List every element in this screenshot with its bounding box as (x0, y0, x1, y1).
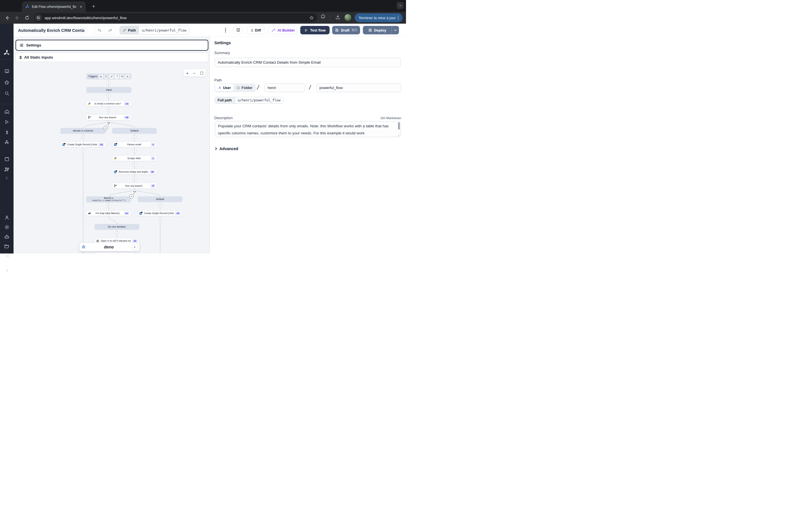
sidebar-item-settings[interactable] (0, 224, 13, 230)
chrome-update-button[interactable]: Terminer la mise à jour (355, 13, 403, 22)
step-label: Removes empty and duplicates (119, 170, 148, 173)
step-node-create-record-1[interactable]: TS Create Single Record (Airtable) aq (61, 142, 106, 147)
profile-avatar[interactable] (345, 14, 351, 21)
branch-node-branch-1[interactable]: Branch 1 results.c.some((x)=>x!="") (86, 196, 131, 203)
more-options-button[interactable] (222, 26, 229, 34)
add-branch-button[interactable] (106, 121, 111, 126)
step-node-run-one-branch-1[interactable]: Run one branch ap (86, 114, 132, 120)
advanced-label: Advanced (219, 147, 238, 151)
add-step-button[interactable]: + (133, 149, 136, 153)
input-node[interactable]: Input (86, 87, 132, 93)
branch-node-default-2[interactable]: Default (138, 196, 183, 202)
new-tab-button[interactable]: + (90, 3, 97, 10)
add-step-button[interactable]: + (107, 204, 110, 208)
poll-trigger-button[interactable] (125, 75, 130, 78)
sidebar-item-folders[interactable] (0, 244, 13, 249)
add-step-button[interactable]: + (107, 82, 110, 86)
sidebar-item-schedules[interactable] (0, 156, 13, 162)
browser-tab[interactable]: Edit Flow u/henri/powerful_flo × (22, 1, 86, 12)
undo-button[interactable] (95, 26, 105, 34)
sidebar-item-runs[interactable] (0, 119, 13, 124)
add-step-button[interactable]: + (133, 176, 136, 180)
undo-redo-group (94, 26, 115, 34)
sidebar-item-add[interactable] (0, 175, 13, 180)
sidebar-item-variables[interactable] (0, 130, 13, 135)
step-node-partial[interactable] (94, 252, 139, 253)
add-branch-button[interactable] (132, 190, 137, 195)
remove-branch-button[interactable]: × (103, 126, 108, 130)
description-scrollbar[interactable] (398, 122, 400, 129)
save-icon (336, 29, 338, 32)
sidebar-item-audit-logs[interactable] (0, 253, 13, 253)
flow-canvas[interactable]: Settings $ All Static Inputs + − Trigger… (13, 37, 210, 253)
step-node-for-loop[interactable]: For loop (skip failures) ac (86, 210, 131, 216)
resize-handle-icon[interactable] (397, 134, 400, 136)
sidebar-item-users[interactable] (0, 215, 13, 220)
test-flow-button[interactable]: Test flow (300, 26, 329, 34)
remove-branch-button[interactable]: × (129, 194, 134, 199)
email-trigger-button[interactable] (120, 75, 124, 78)
sidebar-item-home[interactable] (0, 109, 13, 114)
sidebar-item-workers[interactable] (0, 234, 13, 240)
step-node-is-email[interactable]: Is email a common one? ao (86, 101, 132, 107)
deno-popup[interactable]: deno × (79, 242, 140, 251)
summary-input[interactable] (214, 58, 401, 67)
address-bar[interactable]: app.windmill.dev/flows/edit/u/henri/powe… (34, 13, 317, 22)
deploy-dropdown-button[interactable] (392, 26, 399, 34)
step-node-create-record-2[interactable]: TS Create Single Record (Airtable) an (138, 210, 183, 216)
sidebar-item-routes[interactable] (0, 167, 13, 172)
owner-kind-user[interactable]: User (215, 84, 234, 92)
add-step-button[interactable]: + (158, 218, 162, 221)
websocket-trigger-button[interactable] (115, 75, 119, 78)
owner-kind-folder[interactable]: Folder (234, 86, 255, 90)
loop-node-do-one-iteration[interactable]: Do one iteration (94, 224, 139, 230)
site-settings-icon[interactable] (35, 14, 42, 21)
step-node-run-one-branch-2[interactable]: Run one branch al (112, 183, 157, 189)
triggers-node[interactable]: Triggers (86, 73, 132, 79)
tab-close-icon[interactable]: × (79, 4, 84, 9)
add-step-button[interactable]: + (133, 163, 136, 166)
flow-title[interactable]: Automatically Enrich CRM Contact Details… (16, 25, 87, 35)
redo-button[interactable] (105, 26, 115, 34)
diff-button[interactable]: ± Diff (247, 26, 265, 34)
step-node-parses-email[interactable]: TS Parses email a (112, 142, 157, 147)
sidebar-item-resources[interactable] (0, 140, 13, 145)
description-textarea[interactable]: Populate your CRM contacts' details from… (215, 121, 401, 137)
add-step-button[interactable]: + (115, 232, 119, 235)
chrome-menu-icon[interactable] (398, 16, 399, 20)
bookmark-star-icon[interactable] (309, 15, 314, 20)
add-step-button[interactable]: + (133, 135, 136, 139)
add-step-button[interactable]: + (107, 94, 110, 98)
path-owner-input[interactable] (264, 83, 305, 92)
add-step-button[interactable]: + (81, 135, 85, 139)
schedule-trigger-button[interactable] (104, 75, 108, 78)
advanced-section-toggle[interactable]: Advanced (214, 147, 238, 151)
sidebar-item-search[interactable] (0, 91, 13, 96)
draft-button[interactable]: Draft ⌘S (332, 26, 360, 34)
route-trigger-button[interactable] (109, 75, 113, 78)
step-node-removes-duplicates[interactable]: TS Removes empty and duplicates ak (112, 169, 157, 175)
add-step-button[interactable]: + (107, 108, 110, 112)
deno-popup-close-button[interactable]: × (132, 244, 138, 250)
path-name-input[interactable] (316, 83, 401, 92)
extensions-button[interactable] (320, 14, 326, 20)
branch-node-default-1[interactable]: Default (112, 128, 157, 134)
docs-button[interactable] (234, 26, 243, 34)
add-step-button[interactable]: + (81, 149, 85, 153)
star-icon (5, 80, 9, 84)
sidebar-item-workspace[interactable] (0, 68, 13, 74)
webhook-trigger-button[interactable] (99, 75, 103, 78)
reload-button[interactable] (23, 14, 31, 21)
download-button[interactable] (335, 14, 341, 20)
window-chevron-button[interactable] (397, 2, 404, 9)
step-node-scrape-web[interactable]: Scrape Web c (112, 156, 157, 161)
forward-button[interactable] (13, 14, 20, 21)
branch-node-domain-is-common[interactable]: domain is common (60, 128, 106, 134)
path-button[interactable]: Path u/henri/powerful_flow (119, 26, 190, 34)
sidebar-item-favorites[interactable] (0, 80, 13, 86)
deploy-button[interactable]: Deploy (363, 26, 392, 34)
back-button[interactable] (3, 14, 11, 21)
add-step-button[interactable]: + (158, 204, 162, 208)
windmill-logo[interactable] (0, 50, 13, 56)
ai-builder-button[interactable]: AI Builder (269, 26, 297, 34)
